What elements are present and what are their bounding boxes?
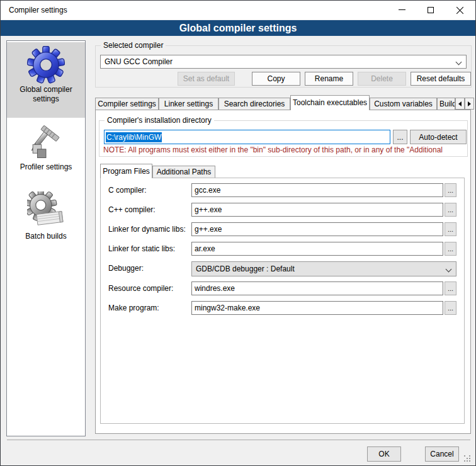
- minimize-icon: [399, 9, 405, 10]
- make-program-label: Make program:: [108, 304, 159, 312]
- copy-button[interactable]: Copy: [252, 72, 300, 86]
- install-dir-group-label: Compiler's installation directory: [105, 116, 214, 125]
- sidebar-item-label: Global compiler settings: [7, 85, 85, 104]
- resource-compiler-input[interactable]: [191, 281, 443, 295]
- blue-gear-icon: [27, 46, 65, 84]
- make-program-input[interactable]: [191, 301, 443, 315]
- debugger-select[interactable]: GDB/CDB debugger : Default: [191, 261, 456, 276]
- program-files-panel: C compiler: ... C++ compiler: ... Linker…: [100, 178, 465, 424]
- selected-compiler-group-label: Selected compiler: [101, 41, 166, 50]
- install-dir-note: NOTE: All programs must exist either in …: [103, 145, 467, 154]
- sidebar-item-profiler-settings[interactable]: Profiler settings: [7, 120, 85, 185]
- minimize-button[interactable]: [387, 1, 416, 19]
- tab-compiler-settings[interactable]: Compiler settings: [95, 98, 159, 110]
- close-button[interactable]: [445, 1, 475, 19]
- arrow-left-icon: [458, 101, 462, 106]
- linker-dynamic-label: Linker for dynamic libs:: [108, 225, 186, 234]
- compiler-select-value: GNU GCC Compiler: [105, 57, 173, 66]
- linker-dynamic-input[interactable]: [191, 222, 443, 236]
- resource-compiler-browse-button[interactable]: ...: [445, 281, 456, 295]
- cpp-compiler-input[interactable]: [191, 203, 443, 217]
- install-dir-browse-button[interactable]: ...: [393, 130, 407, 144]
- auto-detect-button[interactable]: Auto-detect: [410, 130, 467, 144]
- linker-dynamic-browse-button[interactable]: ...: [445, 222, 456, 236]
- cpp-compiler-label: C++ compiler:: [108, 205, 156, 214]
- compiler-settings-dialog: Compiler settings Global compiler settin…: [0, 0, 476, 466]
- close-icon: [456, 6, 464, 14]
- set-as-default-button[interactable]: Set as default: [178, 72, 235, 86]
- install-dir-selected-text: C:\raylib\MinGW: [106, 132, 162, 142]
- caliper-icon: [28, 123, 64, 161]
- c-compiler-label: C compiler:: [108, 186, 147, 195]
- tab-custom-variables[interactable]: Custom variables: [370, 98, 437, 110]
- ok-button[interactable]: OK: [367, 446, 401, 462]
- debugger-select-value: GDB/CDB debugger : Default: [196, 264, 295, 273]
- maximize-button[interactable]: [416, 1, 445, 19]
- compiler-select[interactable]: GNU GCC Compiler: [100, 55, 467, 69]
- arrow-right-icon: [468, 101, 471, 106]
- gear-stack-icon: [27, 191, 65, 230]
- tab-linker-settings[interactable]: Linker settings: [159, 98, 218, 110]
- sidebar-item-label: Batch builds: [7, 232, 85, 241]
- cancel-button[interactable]: Cancel: [425, 446, 459, 462]
- linker-static-input[interactable]: [191, 242, 443, 256]
- resize-grip-icon[interactable]: [464, 455, 472, 463]
- window-title: Compiler settings: [9, 6, 67, 14]
- make-program-browse-button[interactable]: ...: [445, 301, 456, 315]
- linker-static-browse-button[interactable]: ...: [445, 242, 456, 256]
- c-compiler-browse-button[interactable]: ...: [445, 183, 456, 197]
- chevron-down-icon: [446, 266, 452, 273]
- cpp-compiler-browse-button[interactable]: ...: [445, 203, 456, 217]
- sidebar-item-global-compiler-settings[interactable]: Global compiler settings: [7, 42, 85, 118]
- resource-compiler-label: Resource compiler:: [108, 284, 173, 293]
- subtab-program-files[interactable]: Program Files: [100, 164, 152, 178]
- sidebar-item-label: Profiler settings: [7, 162, 85, 172]
- delete-button[interactable]: Delete: [358, 72, 406, 86]
- chevron-down-icon: [456, 59, 462, 65]
- rename-button[interactable]: Rename: [305, 72, 353, 86]
- tab-toolchain-executables[interactable]: Toolchain executables: [290, 95, 370, 110]
- install-dir-input[interactable]: C:\raylib\MinGW: [104, 130, 390, 144]
- c-compiler-input[interactable]: [191, 183, 443, 197]
- maximize-icon: [428, 7, 434, 13]
- linker-static-label: Linker for static libs:: [108, 244, 175, 253]
- settings-category-list: Global compiler settings Profiler settin…: [6, 40, 86, 436]
- sidebar-item-batch-builds[interactable]: Batch builds: [7, 188, 85, 259]
- tab-build-options-clipped[interactable]: Build options: [437, 98, 455, 110]
- page-title: Global compiler settings: [1, 20, 475, 36]
- tab-search-directories[interactable]: Search directories: [218, 98, 290, 110]
- footer-separator: [7, 440, 470, 440]
- reset-defaults-button[interactable]: Reset defaults: [411, 72, 471, 86]
- tab-scroll-right-button[interactable]: [465, 98, 474, 110]
- titlebar[interactable]: Compiler settings: [1, 1, 475, 20]
- debugger-label: Debugger:: [108, 264, 144, 273]
- tab-scroll-left-button[interactable]: [455, 98, 465, 110]
- subtab-additional-paths[interactable]: Additional Paths: [152, 166, 215, 178]
